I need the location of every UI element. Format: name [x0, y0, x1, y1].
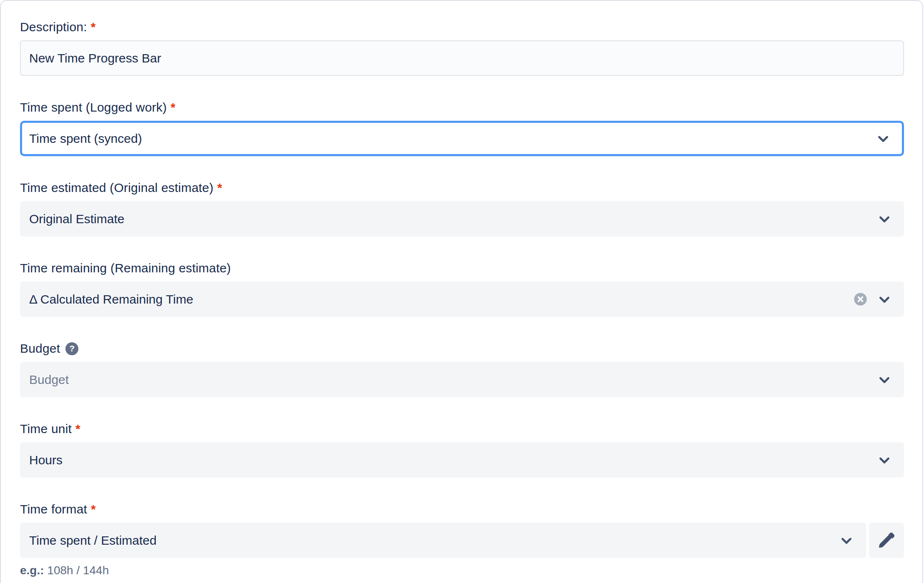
pencil-icon — [879, 533, 894, 548]
time-format-hint: e.g.: 108h / 144h — [20, 564, 904, 577]
time-unit-select-value: Hours — [29, 453, 866, 467]
time-format-row: Time spent / Estimated — [20, 523, 904, 558]
chevron-down-icon — [876, 211, 892, 227]
field-group-description: Description: * — [20, 19, 904, 76]
time-estimated-select[interactable]: Original Estimate — [20, 201, 904, 237]
time-estimated-label-text: Time estimated (Original estimate) — [20, 180, 213, 196]
help-icon[interactable]: ? — [65, 342, 78, 355]
required-asterisk: * — [91, 501, 96, 517]
time-unit-label-text: Time unit — [20, 421, 72, 437]
field-group-time-spent: Time spent (Logged work) * Time spent (s… — [20, 100, 904, 156]
time-format-select-value: Time spent / Estimated — [29, 533, 828, 548]
time-format-label-text: Time format — [20, 501, 87, 517]
time-remaining-select[interactable]: Δ Calculated Remaining Time — [20, 282, 904, 317]
description-label: Description: * — [20, 19, 904, 35]
time-unit-label: Time unit * — [20, 421, 904, 437]
time-spent-select[interactable]: Time spent (synced) — [20, 121, 904, 156]
description-label-text: Description: — [20, 19, 87, 35]
field-group-time-estimated: Time estimated (Original estimate) * Ori… — [20, 180, 904, 237]
time-spent-label: Time spent (Logged work) * — [20, 100, 904, 115]
time-estimated-label: Time estimated (Original estimate) * — [20, 180, 904, 196]
field-group-time-format: Time format * Time spent / Estimated — [20, 501, 904, 577]
required-asterisk: * — [217, 180, 222, 196]
required-asterisk: * — [170, 100, 175, 115]
edit-time-format-button[interactable] — [869, 523, 904, 558]
chevron-down-icon — [875, 131, 891, 147]
hint-label: e.g.: — [20, 564, 44, 577]
required-asterisk: * — [91, 19, 96, 35]
time-unit-select[interactable]: Hours — [20, 442, 904, 478]
budget-label-text: Budget — [20, 341, 60, 356]
time-spent-select-value: Time spent (synced) — [29, 132, 864, 146]
time-remaining-select-value: Δ Calculated Remaining Time — [29, 292, 866, 306]
field-group-budget: Budget ? Budget — [20, 341, 904, 397]
budget-label: Budget ? — [20, 341, 904, 356]
chevron-down-icon — [876, 452, 892, 468]
time-remaining-label-text: Time remaining (Remaining estimate) — [20, 260, 231, 276]
form-content: Description: * Time spent (Logged work) … — [1, 1, 922, 577]
time-remaining-label: Time remaining (Remaining estimate) — [20, 260, 904, 276]
description-input[interactable] — [20, 40, 904, 76]
chevron-down-icon — [876, 372, 892, 388]
chevron-down-icon — [876, 292, 892, 307]
clear-icon[interactable] — [854, 292, 867, 306]
time-format-select[interactable]: Time spent / Estimated — [20, 523, 866, 558]
budget-select[interactable]: Budget — [20, 362, 904, 397]
chevron-down-icon — [839, 533, 854, 548]
hint-value: 108h / 144h — [47, 564, 109, 577]
field-group-time-remaining: Time remaining (Remaining estimate) Δ Ca… — [20, 260, 904, 317]
time-spent-label-text: Time spent (Logged work) — [20, 100, 167, 115]
field-group-time-unit: Time unit * Hours — [20, 421, 904, 478]
settings-panel: Description: * Time spent (Logged work) … — [0, 0, 923, 583]
time-format-label: Time format * — [20, 501, 904, 517]
required-asterisk: * — [75, 421, 80, 437]
time-estimated-select-value: Original Estimate — [29, 212, 866, 226]
budget-select-placeholder: Budget — [29, 373, 866, 387]
